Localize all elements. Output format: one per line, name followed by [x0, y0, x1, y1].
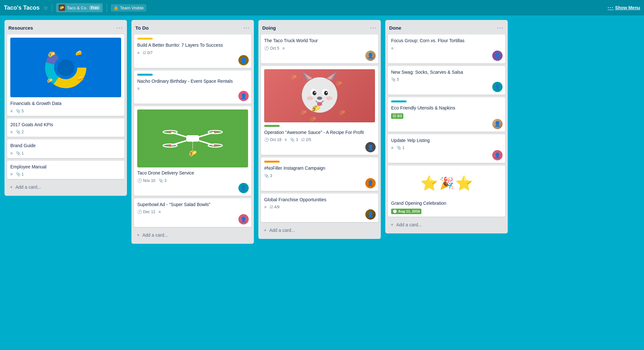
card-nacho[interactable]: Nacho Ordinary Birthday - Event Space Re… [134, 71, 251, 104]
card-awesomesauce[interactable]: 🌮 🌮 🌮 🌮 🌮 [261, 66, 378, 155]
card-focusgroup[interactable]: Focus Group: Corn vs. Flour Tortillas ≡ … [388, 34, 505, 63]
card-color-bar-orange [264, 161, 280, 163]
meta-lines: ≡ [10, 172, 13, 176]
card-burrito-avatar: 👤 [238, 55, 249, 65]
meta-checklist: ☑ 4/9 [270, 205, 280, 209]
svg-text:🌮: 🌮 [339, 109, 345, 116]
card-nacho-title: Nacho Ordinary Birthday - Event Space Re… [137, 78, 248, 85]
workspace-name: Taco & Co. [67, 5, 88, 10]
svg-text:🌮: 🌮 [291, 74, 297, 80]
svg-point-36 [324, 91, 328, 95]
card-employee[interactable]: Employee Manual ≡ 📎 1 [7, 161, 124, 179]
card-swag-avatar: 👤 [492, 82, 503, 92]
add-card-done[interactable]: ＋ Add a card... [388, 219, 505, 230]
card-grandopening[interactable]: ⭐ 🎉 ⭐ Grand Opening Celebration 🕐 Aug 11… [388, 166, 505, 217]
card-instagram-title: #NoFiller Instagram Campaign [264, 165, 375, 172]
free-badge: Free [89, 5, 100, 10]
date-badge-green: 🕐 Aug 11, 2016 [391, 209, 421, 214]
workspace-selector[interactable]: 🌮 Taco & Co. Free [56, 3, 103, 12]
column-resources-title: Resources [8, 25, 33, 31]
svg-text:🌮: 🌮 [336, 80, 342, 87]
card-nacho-meta: ≡ [137, 86, 248, 91]
divider [52, 4, 52, 12]
card-franchise-avatar: 👤 [365, 209, 376, 220]
card-focusgroup-meta: ≡ [391, 46, 502, 51]
meta-attachments: 📎 5 [16, 109, 24, 113]
meta-lines: ≡ [391, 46, 393, 51]
card-superbowl[interactable]: Superbowl Ad - "Super Salad Bowls" 🕐 Dec… [134, 198, 251, 227]
board: Resources ··· 🌮 🧀 🧀 🌮 Financia [0, 15, 644, 248]
card-tacotrucktour[interactable]: The Taco Truck World Tour 🕐 Oct 5 ≡ 👤 [261, 34, 378, 63]
plus-icon: ＋ [263, 227, 267, 233]
card-instagram-avatar: 👤 [365, 178, 376, 188]
divider2 [107, 4, 107, 12]
column-doing-menu[interactable]: ··· [370, 24, 377, 31]
card-superbowl-avatar: 👤 [238, 214, 249, 224]
card-burrito[interactable]: Build A Better Burrito: 7 Layers To Succ… [134, 34, 251, 68]
card-financials-title: Financials & Growth Data [10, 100, 121, 107]
column-resources-header: Resources ··· [7, 23, 124, 34]
card-employee-title: Employee Manual [10, 164, 121, 170]
star-icon[interactable]: ☆ [43, 5, 48, 11]
meta-lines: ≡ [283, 46, 285, 51]
meta-lines: ≡ [10, 130, 13, 134]
card-color-bar-blue [137, 74, 153, 76]
card-color-bar-green [264, 125, 280, 127]
meta-lines: ≡ [10, 109, 13, 113]
card-franchise[interactable]: Global Franchise Opportunities ≡ ☑ 4/9 👤 [261, 194, 378, 222]
meta-lines: ≡ [391, 146, 393, 150]
card-goals[interactable]: 2017 Goals And KPIs ≡ 📎 2 [7, 118, 124, 137]
card-ecofriendly[interactable]: Eco Friendly Utensils & Napkins ☑ 3/3 👤 [388, 97, 505, 132]
add-card-todo[interactable]: ＋ Add a card... [134, 230, 251, 241]
meta-lines: ≡ [264, 205, 266, 209]
svg-point-3 [57, 59, 74, 76]
add-card-doing[interactable]: ＋ Add a card... [261, 225, 378, 236]
meta-checklist: ☑ 0/7 [143, 51, 153, 55]
card-swag-meta: 📎 5 [391, 77, 502, 82]
card-yelp[interactable]: Update Yelp Listing ≡ 📎 1 👤 [388, 134, 505, 163]
card-yelp-avatar: 👤 [492, 150, 503, 160]
dots-icon: ··· [608, 5, 614, 11]
svg-text:🌮: 🌮 [48, 51, 55, 58]
add-card-label: Add a card... [269, 228, 295, 233]
card-instagram[interactable]: #NoFiller Instagram Campaign 📎 3 👤 [261, 157, 378, 191]
column-done: Done ··· Focus Group: Corn vs. Flour Tor… [385, 20, 508, 233]
card-ecofriendly-avatar: 👤 [492, 119, 503, 129]
visibility-label: Team Visible [120, 5, 144, 10]
drone-image: 🌮 [137, 109, 248, 167]
card-franchise-meta: ≡ ☑ 4/9 [264, 205, 375, 209]
card-superbowl-meta: 🕐 Dec 12 ≡ [137, 210, 248, 214]
card-brand[interactable]: Brand Guide ≡ 📎 1 [7, 139, 124, 158]
card-focusgroup-title: Focus Group: Corn vs. Flour Tortillas [391, 38, 502, 44]
svg-point-18 [214, 131, 216, 133]
column-done-menu[interactable]: ··· [497, 24, 504, 31]
column-done-title: Done [389, 25, 401, 31]
card-brand-title: Brand Guide [10, 143, 121, 149]
svg-rect-8 [186, 135, 199, 142]
svg-text:🌮: 🌮 [47, 78, 53, 83]
add-card-resources[interactable]: ＋ Add a card... [7, 182, 124, 193]
meta-attachments: 📎 3 [159, 178, 167, 183]
meta-clock: 🕐 Oct 5 [264, 46, 279, 51]
plus-icon: ＋ [9, 184, 14, 190]
card-franchise-title: Global Franchise Opportunities [264, 197, 375, 203]
card-financials[interactable]: 🌮 🧀 🧀 🌮 Financials & Growth Data ≡ 📎 5 [7, 34, 124, 116]
visibility-selector[interactable]: 🔒 Team Visible [111, 4, 146, 12]
svg-line-10 [199, 132, 215, 137]
card-awesomesauce-meta: 🕐 Oct 18 ≡ 📎 3 ☑ 2/5 [264, 137, 375, 142]
board-title: Taco's Tacos [4, 5, 40, 11]
column-todo: To Do ··· Build A Better Burrito: 7 Laye… [131, 20, 254, 244]
svg-line-11 [170, 141, 186, 146]
svg-point-43 [326, 96, 332, 100]
column-todo-menu[interactable]: ··· [243, 24, 250, 31]
column-doing-title: Doing [262, 25, 276, 31]
card-brand-meta: ≡ 📎 1 [10, 151, 121, 156]
card-drone[interactable]: 🌮 Taco Drone Delivery Service 🕐 Nov 10 📎… [134, 106, 251, 196]
card-color-bar-teal [391, 100, 407, 102]
show-menu-button[interactable]: ··· Show Menu [608, 5, 640, 11]
card-goals-meta: ≡ 📎 2 [10, 130, 121, 134]
card-tacotrucktour-title: The Taco Truck World Tour [264, 38, 375, 44]
column-resources-menu[interactable]: ··· [116, 24, 123, 31]
meta-attachments: 📎 1 [397, 146, 405, 150]
card-swag[interactable]: New Swag: Socks, Scarves & Salsa 📎 5 👤 [388, 66, 505, 95]
